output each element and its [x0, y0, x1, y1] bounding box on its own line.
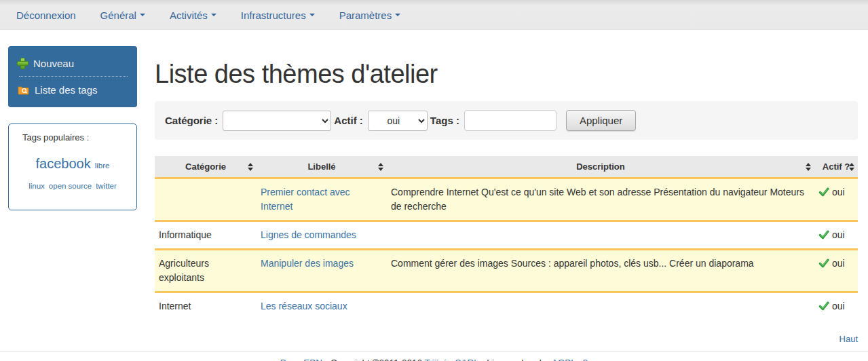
category-cell: [155, 178, 257, 221]
chevron-down-icon: [211, 14, 216, 16]
sidebar-item-nouveau[interactable]: Nouveau: [18, 55, 128, 72]
category-cell: Agriculteurs exploitants: [155, 250, 257, 292]
table-header-row: Catégorie Libellé Description Actif ?: [155, 156, 858, 178]
table-row: Agriculteurs exploitants Manipuler des i…: [155, 250, 858, 292]
check-icon: [818, 258, 829, 269]
active-select[interactable]: oui: [368, 111, 428, 131]
label-cell: Lignes de commandes: [257, 221, 387, 250]
nav-item-label: Activités: [170, 10, 208, 21]
column-header-actif[interactable]: Actif ?: [814, 156, 858, 178]
page-title: Liste des thèmes d'atelier: [155, 60, 858, 89]
footer-link-agpl[interactable]: AGPL v3: [552, 358, 588, 361]
active-cell: oui: [814, 178, 858, 221]
chevron-down-icon: [395, 14, 400, 16]
tag-libre[interactable]: libre: [95, 162, 110, 170]
main-content: Liste des thèmes d'atelier Catégorie : A…: [155, 30, 858, 349]
top-link-row: Haut: [155, 333, 858, 344]
check-icon: [818, 229, 829, 240]
footer-link-proxyepn[interactable]: ProxyEPN: [280, 358, 322, 361]
active-filter-label: Actif :: [334, 115, 363, 126]
column-header-libelle[interactable]: Libellé: [257, 156, 387, 178]
plus-icon: [18, 58, 28, 69]
filter-bar: Catégorie : Actif : oui Tags : Appliquer: [155, 101, 858, 140]
divider: [19, 76, 128, 77]
chevron-down-icon: [140, 14, 145, 16]
tag-twitter[interactable]: twitter: [96, 182, 117, 190]
description-cell: [387, 292, 814, 320]
chevron-down-icon: [309, 14, 315, 16]
column-header-categorie[interactable]: Catégorie: [155, 156, 257, 178]
category-filter-label: Catégorie :: [165, 115, 218, 126]
check-icon: [818, 187, 829, 197]
theme-link[interactable]: Premier contact avec Internet: [261, 187, 350, 212]
footer-text: - Copyright ©2011-2016: [322, 358, 425, 361]
tags-input[interactable]: [464, 110, 556, 131]
tag-cloud: facebooklibre linuxopen sourcetwitter: [16, 151, 130, 195]
label-cell: Premier contact avec Internet: [257, 178, 387, 221]
popular-tags-title: Tags populaires :: [16, 132, 130, 142]
sort-icon: [849, 163, 854, 171]
sidebar: Nouveau Liste des tags Tags populaires :…: [8, 46, 137, 210]
tag-open-source[interactable]: open source: [49, 182, 92, 190]
page-footer: ProxyEPN - Copyright ©2011-2016 Téïcée S…: [0, 351, 868, 361]
label-cell: Manipuler des images: [257, 250, 387, 292]
active-value: oui: [832, 258, 845, 269]
back-to-top-link[interactable]: Haut: [839, 334, 858, 344]
category-cell: Informatique: [155, 221, 257, 250]
nav-item-infrastructures[interactable]: Infrastructures: [229, 2, 327, 28]
themes-table: Catégorie Libellé Description Actif ?: [155, 156, 858, 320]
folder-search-icon: [18, 85, 29, 95]
footer-text: - Licensed under: [478, 358, 551, 361]
nav-item-label: Général: [100, 10, 136, 21]
description-cell: Comment gérer des images Sources : appar…: [387, 250, 814, 292]
active-value: oui: [832, 187, 845, 197]
check-icon: [818, 301, 829, 311]
nav-item-parametres[interactable]: Paramètres: [327, 2, 413, 28]
sort-icon: [806, 163, 811, 171]
table-row: Internet Les réseaux sociaux oui: [155, 292, 858, 320]
sidebar-item-label: Nouveau: [33, 58, 74, 69]
label-cell: Les réseaux sociaux: [257, 292, 387, 320]
active-cell: oui: [814, 292, 858, 320]
table-row: Premier contact avec Internet Comprendre…: [155, 178, 858, 221]
top-navbar: Déconnexion Général Activités Infrastruc…: [0, 0, 868, 30]
theme-link[interactable]: Manipuler des images: [261, 258, 354, 269]
popular-tags-box: Tags populaires : facebooklibre linuxope…: [8, 124, 137, 210]
nav-item-activites[interactable]: Activités: [157, 2, 229, 28]
nav-item-general[interactable]: Général: [88, 2, 157, 28]
table-row: Informatique Lignes de commandes oui: [155, 221, 858, 250]
sort-icon: [248, 163, 253, 171]
nav-item-deconnexion[interactable]: Déconnexion: [4, 2, 88, 28]
tag-linux[interactable]: linux: [29, 182, 45, 190]
sort-icon: [378, 163, 383, 171]
category-select[interactable]: [223, 111, 331, 131]
theme-link[interactable]: Lignes de commandes: [261, 229, 356, 240]
active-cell: oui: [814, 250, 858, 292]
nav-item-label: Déconnexion: [16, 10, 76, 21]
sidebar-action-panel: Nouveau Liste des tags: [8, 46, 137, 107]
description-cell: Comprendre Internet Qu'est ce qu'un site…: [387, 178, 814, 221]
footer-link-teicee[interactable]: Téïcée SARL: [425, 358, 479, 361]
active-value: oui: [832, 301, 845, 311]
tag-facebook[interactable]: facebook: [36, 156, 91, 171]
tags-filter-label: Tags :: [430, 115, 459, 126]
nav-item-label: Paramètres: [339, 10, 392, 21]
theme-link[interactable]: Les réseaux sociaux: [261, 301, 347, 311]
sidebar-item-label: Liste des tags: [35, 84, 98, 96]
apply-button[interactable]: Appliquer: [566, 110, 636, 131]
active-value: oui: [832, 229, 845, 240]
column-header-description[interactable]: Description: [387, 156, 814, 178]
category-cell: Internet: [155, 292, 257, 320]
active-cell: oui: [814, 221, 858, 250]
sidebar-item-liste-des-tags[interactable]: Liste des tags: [18, 81, 128, 98]
nav-item-label: Infrastructures: [241, 10, 306, 21]
description-cell: [387, 221, 814, 250]
